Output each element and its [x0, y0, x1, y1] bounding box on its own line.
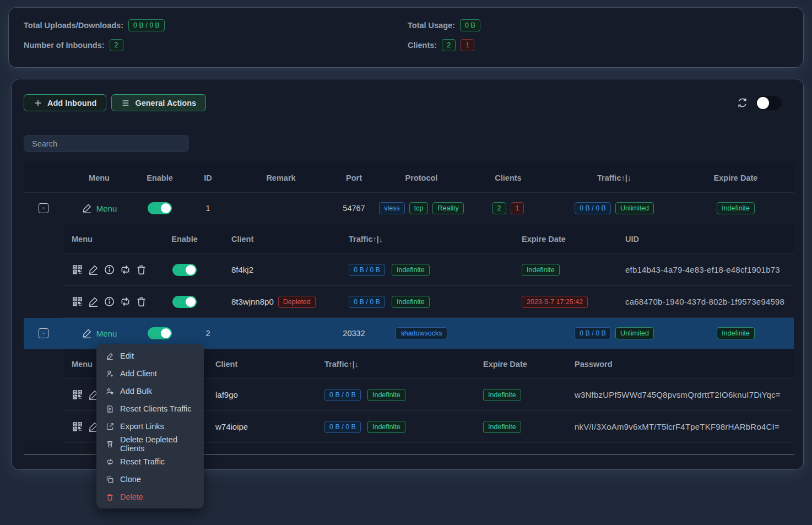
stats-panel: Total Uploads/Downloads: 0 B / 0 B Numbe…	[9, 8, 803, 67]
edit-pencil-icon[interactable]	[88, 264, 99, 275]
menu-item-export-links[interactable]: Export Links	[96, 418, 204, 435]
inbound-traffic: 0 B / 0 B Unlimited	[551, 202, 678, 214]
client-uid: ca68470b-1940-437d-802b-1f9573e94598	[625, 297, 784, 306]
total-usage-badge: 0 B	[460, 19, 480, 31]
reset-traffic-icon[interactable]	[120, 264, 131, 275]
clients-depleted-badge: 1	[461, 39, 474, 51]
inbound-port: 54767	[331, 204, 377, 213]
expire-badge: Indefinite	[483, 421, 521, 433]
inbound-context-menu: Edit Add Client Add Bulk Reset Clients T…	[96, 344, 204, 508]
menu-item-add-bulk[interactable]: Add Bulk	[96, 382, 204, 400]
traffic-badge: 0 B / 0 B	[349, 264, 385, 276]
collapse-row-button[interactable]: -	[39, 203, 48, 213]
add-inbound-button[interactable]: Add Inbound	[24, 94, 106, 111]
menu-item-edit[interactable]: Edit	[96, 347, 204, 365]
inbound-enable-toggle[interactable]	[148, 327, 172, 339]
info-icon[interactable]	[104, 296, 115, 307]
trash-icon[interactable]	[136, 264, 147, 275]
inbound-protocols: shadowsocks	[377, 327, 465, 339]
edit-pencil-icon[interactable]	[88, 296, 99, 307]
stat-number-of-inbounds: Number of Inbounds: 2	[24, 39, 393, 52]
header-expire-date: Expire Date	[477, 360, 567, 369]
protocol-tag: shadowsocks	[396, 327, 447, 339]
info-icon[interactable]	[104, 264, 115, 275]
traffic-badge: 0 B / 0 B	[324, 421, 361, 433]
menu-item-reset-clients-traffic[interactable]: Reset Clients Traffic	[96, 400, 204, 418]
dark-mode-toggle[interactable]	[756, 96, 782, 110]
protocol-tag: tcp	[409, 202, 429, 214]
header-traffic[interactable]: Traffic↑|↓	[551, 174, 678, 182]
client-row: 8t3wjnn8p0 Depleted 0 B / 0 B Indefinite…	[63, 286, 794, 318]
menu-item-delete[interactable]: Delete	[96, 488, 204, 506]
inbound-menu-button[interactable]: Menu	[82, 203, 117, 214]
client-row: 8f4kj2 0 B / 0 B Indefinite Indefinite e…	[63, 254, 794, 286]
menu-item-clone[interactable]: Clone	[96, 470, 204, 488]
header-client: Client	[215, 235, 332, 243]
toolbar: Add Inbound General Actions	[24, 94, 794, 111]
clone-icon	[106, 475, 114, 484]
qrcode-icon[interactable]	[72, 264, 83, 275]
hamburger-icon	[121, 99, 130, 107]
stat-label: Total Uploads/Downloads:	[24, 21, 123, 30]
plus-icon	[34, 99, 42, 107]
menu-item-reset-traffic[interactable]: Reset Traffic	[96, 453, 204, 470]
general-actions-button[interactable]: General Actions	[111, 94, 206, 111]
traffic-badge: 0 B / 0 B	[349, 296, 385, 308]
edit-icon	[106, 352, 114, 360]
header-traffic[interactable]: Traffic↑|↓	[317, 360, 477, 369]
inbound-clients-counts: 2 1	[465, 202, 551, 214]
search-input[interactable]	[24, 135, 189, 152]
client-name: 8f4kj2	[231, 265, 253, 274]
client-enable-toggle[interactable]	[172, 264, 197, 276]
qrcode-icon[interactable]	[72, 296, 83, 307]
header-uid: UID	[609, 235, 794, 243]
inbound-menu-label: Menu	[96, 204, 117, 213]
protocol-tag: Reality	[432, 202, 463, 214]
header-id: ID	[185, 174, 231, 182]
inbound-traffic: 0 B / 0 B Unlimited	[551, 327, 678, 339]
header-client: Client	[201, 360, 317, 369]
header-enable: Enable	[135, 174, 185, 182]
stat-label: Clients:	[408, 41, 437, 50]
client-uid: efb14b43-4a79-4e83-ef18-e48cf1901b73	[625, 265, 780, 274]
add-bulk-icon	[106, 387, 114, 396]
header-traffic[interactable]: Traffic↑|↓	[332, 235, 506, 243]
header-protocol: Protocol	[377, 174, 465, 182]
general-actions-label: General Actions	[135, 99, 196, 107]
inbound-menu-label: Menu	[96, 329, 117, 338]
client-password: nkV/I/3XoAm9v6xMT/T5lcrF4TpeTKF98rHARbRo…	[575, 422, 779, 431]
client-name: 8t3wjnn8p0	[231, 297, 274, 306]
client-name: w74ioipe	[215, 422, 248, 431]
qrcode-icon[interactable]	[72, 421, 83, 432]
menu-item-delete-depleted-clients[interactable]: Delete Depleted Clients	[96, 435, 204, 453]
traffic-badge: 0 B / 0 B	[575, 202, 611, 214]
expire-badge: Indefinite	[483, 389, 521, 401]
header-expire-date: Expire Date	[506, 235, 609, 243]
inbound-port: 20332	[331, 329, 377, 338]
qrcode-icon[interactable]	[72, 389, 83, 400]
traffic-limit-badge: Unlimited	[615, 327, 654, 339]
traffic-limit-badge: Unlimited	[615, 202, 654, 214]
traffic-badge: 0 B / 0 B	[324, 389, 361, 401]
collapse-row-button[interactable]: -	[39, 328, 48, 338]
inbound-enable-toggle[interactable]	[148, 202, 172, 214]
menu-item-add-client[interactable]: Add Client	[96, 365, 204, 382]
client-name: laf9go	[215, 390, 238, 399]
stat-label: Total Usage:	[408, 21, 455, 30]
header-port: Port	[331, 174, 377, 182]
inbound-id: 2	[185, 329, 231, 338]
traffic-limit-badge: Indefinite	[392, 264, 430, 276]
inbound-menu-button[interactable]: Menu	[82, 328, 117, 339]
client-enable-toggle[interactable]	[172, 296, 197, 308]
refresh-icon[interactable]	[737, 97, 748, 109]
expire-badge: Indefinite	[522, 264, 560, 276]
trash-icon[interactable]	[136, 296, 147, 307]
traffic-badge: 0 B / 0 B	[575, 327, 611, 339]
header-expire-date: Expire Date	[678, 174, 794, 182]
add-client-icon	[106, 370, 114, 378]
protocol-tag: vless	[379, 202, 404, 214]
reset-traffic-icon[interactable]	[120, 296, 131, 307]
header-enable: Enable	[154, 235, 215, 243]
export-icon	[106, 423, 114, 431]
expire-badge: Indefinite	[717, 202, 755, 214]
